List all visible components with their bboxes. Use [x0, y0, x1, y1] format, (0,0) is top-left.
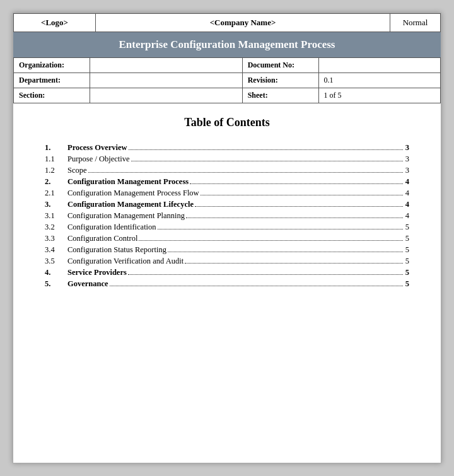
toc-item-num: 1.: [45, 143, 67, 153]
sheet-label: Sheet:: [242, 88, 318, 103]
toc-dot-leader: [139, 240, 402, 241]
toc-item: 3.2Configuration Identification5: [45, 221, 409, 233]
toc-title: Table of Contents: [45, 116, 409, 129]
toc-item-label-wrap: Configuration Identification: [67, 223, 403, 232]
toc-item-page: 4: [403, 177, 409, 187]
toc-item-label-wrap: Configuration Verification and Audit: [67, 257, 403, 266]
company-name-text: <Company Name>: [210, 18, 276, 27]
revision-value: 0.1: [318, 73, 440, 88]
toc-item-num: 2.1: [45, 189, 67, 198]
toc-item-num: 3.5: [45, 257, 67, 266]
toc-dot-leader: [185, 263, 403, 264]
toc-item-page: 5: [403, 245, 409, 255]
toc-dot-leader: [190, 183, 403, 184]
logo-cell: <Logo>: [14, 14, 96, 32]
toc-item: 2.1Configuration Management Process Flow…: [45, 187, 409, 199]
toc-item-label-wrap: Configuration Status Reporting: [67, 245, 403, 255]
toc-item-page: 4: [403, 200, 409, 209]
toc-dot-leader: [158, 229, 403, 229]
docno-value: [318, 58, 440, 73]
toc-item-num: 4.: [45, 268, 67, 277]
toc-item: 1.Process Overview3: [45, 142, 409, 153]
toc-item-page: 5: [403, 223, 409, 232]
toc-item-label-wrap: Configuration Control: [67, 234, 403, 243]
revision-label: Revision:: [242, 73, 318, 88]
toc-item-label-wrap: Purpose / Objective: [67, 154, 403, 164]
toc-item-page: 5: [403, 279, 409, 289]
toc-item: 3.4Configuration Status Reporting5: [45, 244, 409, 255]
org-value: [90, 58, 242, 73]
toc-item-num: 3.: [45, 200, 67, 209]
org-label: Organization:: [14, 58, 90, 73]
toc-item-label-wrap: Scope: [67, 166, 403, 175]
toc-item: 3.1Configuration Management Planning4: [45, 210, 409, 221]
toc-item-page: 4: [403, 189, 409, 198]
toc-item-num: 3.2: [45, 223, 67, 232]
section-label: Section:: [14, 88, 90, 103]
normal-text: Normal: [403, 18, 428, 27]
toc-item-num: 3.3: [45, 234, 67, 243]
toc-item-label: Configuration Management Process: [67, 177, 189, 187]
toc-item-label: Configuration Management Process Flow: [67, 189, 199, 198]
toc-item-page: 5: [403, 257, 409, 266]
content-area: Table of Contents 1.Process Overview31.1…: [13, 103, 441, 308]
toc-dot-leader: [131, 161, 403, 161]
toc-item-label-wrap: Configuration Management Process: [67, 177, 403, 187]
page: <Logo> <Company Name> Normal Enterprise …: [13, 13, 441, 463]
company-name-cell: <Company Name>: [96, 14, 390, 32]
toc-dot-leader: [129, 149, 403, 150]
section-value: [90, 88, 242, 103]
toc-item-num: 1.1: [45, 154, 67, 164]
header-table: <Logo> <Company Name> Normal: [13, 13, 441, 32]
toc-item-label-wrap: Configuration Management Lifecycle: [67, 200, 403, 209]
toc-item: 3.3Configuration Control5: [45, 233, 409, 244]
toc-item-label: Configuration Control: [67, 234, 137, 243]
toc-item: 5.Governance5: [45, 278, 409, 289]
toc-item-label-wrap: Configuration Management Process Flow: [67, 189, 403, 198]
toc-dot-leader: [195, 206, 403, 207]
info-table: Organization: Document No: Department: R…: [13, 57, 441, 103]
sheet-value: 1 of 5: [318, 88, 440, 103]
toc-list: 1.Process Overview31.1Purpose / Objectiv…: [45, 142, 409, 289]
normal-cell: Normal: [390, 14, 441, 32]
info-row-2: Department: Revision: 0.1: [14, 73, 441, 88]
docno-label: Document No:: [242, 58, 318, 73]
toc-item-label: Scope: [67, 166, 87, 175]
toc-item-page: 3: [403, 166, 409, 175]
toc-item-label-wrap: Process Overview: [67, 143, 403, 153]
toc-item-label: Configuration Management Lifecycle: [67, 200, 194, 209]
toc-item-label: Configuration Status Reporting: [67, 245, 166, 255]
toc-item: 2.Configuration Management Process4: [45, 176, 409, 187]
toc-item-label: Purpose / Objective: [67, 154, 130, 164]
toc-item-label-wrap: Governance: [67, 279, 403, 289]
toc-item-label: Configuration Identification: [67, 223, 156, 232]
document-title: Enterprise Configuration Management Proc…: [119, 38, 335, 50]
dept-value: [90, 73, 242, 88]
toc-item: 1.2Scope3: [45, 165, 409, 176]
toc-item-label: Configuration Management Planning: [67, 211, 185, 221]
toc-item-num: 3.4: [45, 245, 67, 255]
toc-item-page: 3: [403, 143, 409, 153]
toc-dot-leader: [201, 195, 403, 195]
toc-item: 4.Service Providers5: [45, 267, 409, 278]
logo-text: <Logo>: [41, 18, 68, 27]
toc-item-num: 2.: [45, 177, 67, 187]
toc-item-label: Process Overview: [67, 143, 127, 153]
toc-item-label: Service Providers: [67, 268, 127, 277]
toc-item-page: 5: [403, 268, 409, 277]
toc-dot-leader: [168, 252, 403, 252]
info-row-3: Section: Sheet: 1 of 5: [14, 88, 441, 103]
dept-label: Department:: [14, 73, 90, 88]
toc-item-label-wrap: Configuration Management Planning: [67, 211, 403, 221]
toc-item-label: Governance: [67, 279, 108, 289]
toc-item-label: Configuration Verification and Audit: [67, 257, 183, 266]
toc-item: 1.1Purpose / Objective3: [45, 153, 409, 165]
toc-item-num: 5.: [45, 279, 67, 289]
document-title-bar: Enterprise Configuration Management Proc…: [13, 32, 441, 57]
toc-item: 3.Configuration Management Lifecycle4: [45, 199, 409, 210]
toc-item-num: 1.2: [45, 166, 67, 175]
toc-dot-leader: [128, 274, 403, 275]
toc-item: 3.5Configuration Verification and Audit5: [45, 255, 409, 267]
info-row-1: Organization: Document No:: [14, 58, 441, 73]
toc-dot-leader: [110, 286, 403, 286]
